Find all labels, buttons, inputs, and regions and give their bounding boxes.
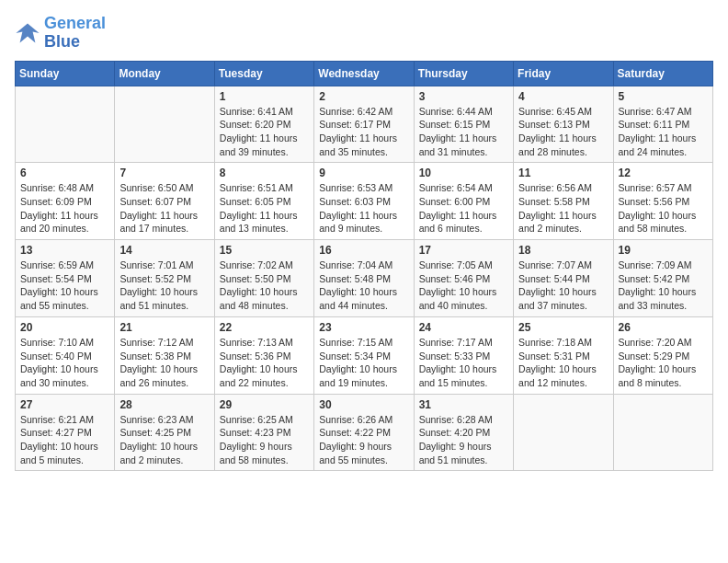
calendar-cell: 30Sunrise: 6:26 AM Sunset: 4:22 PM Dayli… — [314, 394, 414, 471]
calendar-cell: 26Sunrise: 7:20 AM Sunset: 5:29 PM Dayli… — [613, 316, 712, 394]
calendar-cell: 8Sunrise: 6:51 AM Sunset: 6:05 PM Daylig… — [214, 163, 313, 240]
calendar-cell: 7Sunrise: 6:50 AM Sunset: 6:07 PM Daylig… — [115, 163, 214, 240]
day-number: 5 — [619, 90, 708, 103]
calendar-cell: 15Sunrise: 7:02 AM Sunset: 5:50 PM Dayli… — [214, 240, 313, 317]
calendar-cell: 27Sunrise: 6:21 AM Sunset: 4:27 PM Dayli… — [16, 394, 115, 471]
day-number: 16 — [319, 244, 408, 257]
calendar-week-row: 27Sunrise: 6:21 AM Sunset: 4:27 PM Dayli… — [16, 394, 713, 471]
day-number: 30 — [319, 398, 408, 411]
day-info: Sunrise: 6:51 AM Sunset: 6:05 PM Dayligh… — [220, 181, 309, 236]
day-number: 26 — [619, 321, 708, 334]
day-number: 20 — [20, 321, 109, 334]
day-info: Sunrise: 7:01 AM Sunset: 5:52 PM Dayligh… — [119, 259, 209, 313]
day-info: Sunrise: 7:12 AM Sunset: 5:38 PM Dayligh… — [119, 336, 209, 390]
day-info: Sunrise: 6:26 AM Sunset: 4:22 PM Dayligh… — [319, 413, 408, 467]
day-info: Sunrise: 7:09 AM Sunset: 5:42 PM Dayligh… — [619, 259, 708, 313]
day-number: 8 — [220, 167, 309, 179]
day-number: 28 — [119, 398, 209, 411]
svg-marker-0 — [16, 23, 39, 42]
col-header-tuesday: Tuesday — [214, 61, 313, 86]
calendar-week-row: 6Sunrise: 6:48 AM Sunset: 6:09 PM Daylig… — [16, 163, 713, 240]
calendar-cell: 16Sunrise: 7:04 AM Sunset: 5:48 PM Dayli… — [314, 240, 414, 317]
day-info: Sunrise: 6:59 AM Sunset: 5:54 PM Dayligh… — [20, 259, 109, 313]
calendar-cell: 25Sunrise: 7:18 AM Sunset: 5:31 PM Dayli… — [514, 316, 613, 394]
calendar-cell: 5Sunrise: 6:47 AM Sunset: 6:11 PM Daylig… — [613, 86, 712, 163]
calendar-cell — [115, 86, 214, 163]
calendar-cell: 12Sunrise: 6:57 AM Sunset: 5:56 PM Dayli… — [613, 163, 712, 240]
day-info: Sunrise: 6:57 AM Sunset: 5:56 PM Dayligh… — [619, 181, 708, 236]
day-number: 9 — [319, 167, 408, 179]
calendar-cell: 21Sunrise: 7:12 AM Sunset: 5:38 PM Dayli… — [115, 316, 214, 394]
calendar-cell: 29Sunrise: 6:25 AM Sunset: 4:23 PM Dayli… — [214, 394, 313, 471]
day-info: Sunrise: 6:48 AM Sunset: 6:09 PM Dayligh… — [20, 181, 109, 236]
day-number: 19 — [619, 244, 708, 257]
calendar-header-row: SundayMondayTuesdayWednesdayThursdayFrid… — [16, 61, 713, 86]
day-info: Sunrise: 6:44 AM Sunset: 6:15 PM Dayligh… — [419, 105, 508, 159]
calendar-table: SundayMondayTuesdayWednesdayThursdayFrid… — [15, 61, 713, 472]
col-header-wednesday: Wednesday — [314, 61, 414, 86]
day-number: 10 — [419, 167, 508, 179]
day-info: Sunrise: 7:02 AM Sunset: 5:50 PM Dayligh… — [220, 259, 309, 313]
day-number: 25 — [518, 321, 608, 334]
calendar-cell: 10Sunrise: 6:54 AM Sunset: 6:00 PM Dayli… — [414, 163, 513, 240]
day-number: 24 — [419, 321, 508, 334]
calendar-cell: 4Sunrise: 6:45 AM Sunset: 6:13 PM Daylig… — [514, 86, 613, 163]
day-info: Sunrise: 6:42 AM Sunset: 6:17 PM Dayligh… — [319, 105, 408, 159]
col-header-monday: Monday — [115, 61, 214, 86]
day-info: Sunrise: 6:23 AM Sunset: 4:25 PM Dayligh… — [119, 413, 209, 467]
day-number: 14 — [119, 244, 209, 257]
day-number: 3 — [419, 90, 508, 103]
calendar-cell — [514, 394, 613, 471]
day-number: 18 — [518, 244, 608, 257]
calendar-cell — [613, 394, 712, 471]
calendar-cell: 3Sunrise: 6:44 AM Sunset: 6:15 PM Daylig… — [414, 86, 513, 163]
logo: General Blue — [15, 15, 106, 52]
calendar-cell: 2Sunrise: 6:42 AM Sunset: 6:17 PM Daylig… — [314, 86, 414, 163]
day-info: Sunrise: 7:07 AM Sunset: 5:44 PM Dayligh… — [518, 259, 608, 313]
day-info: Sunrise: 6:56 AM Sunset: 5:58 PM Dayligh… — [518, 181, 608, 236]
day-number: 7 — [119, 167, 209, 179]
calendar-cell: 28Sunrise: 6:23 AM Sunset: 4:25 PM Dayli… — [115, 394, 214, 471]
day-info: Sunrise: 7:04 AM Sunset: 5:48 PM Dayligh… — [319, 259, 408, 313]
col-header-friday: Friday — [514, 61, 613, 86]
col-header-saturday: Saturday — [613, 61, 712, 86]
calendar-cell: 20Sunrise: 7:10 AM Sunset: 5:40 PM Dayli… — [16, 316, 115, 394]
day-number: 15 — [220, 244, 309, 257]
day-info: Sunrise: 6:45 AM Sunset: 6:13 PM Dayligh… — [518, 105, 608, 159]
calendar-week-row: 1Sunrise: 6:41 AM Sunset: 6:20 PM Daylig… — [16, 86, 713, 163]
day-info: Sunrise: 6:54 AM Sunset: 6:00 PM Dayligh… — [419, 181, 508, 236]
day-number: 2 — [319, 90, 408, 103]
day-number: 23 — [319, 321, 408, 334]
day-info: Sunrise: 7:18 AM Sunset: 5:31 PM Dayligh… — [518, 336, 608, 390]
day-number: 6 — [20, 167, 109, 179]
day-number: 12 — [619, 167, 708, 179]
day-number: 27 — [20, 398, 109, 411]
day-info: Sunrise: 7:10 AM Sunset: 5:40 PM Dayligh… — [20, 336, 109, 390]
day-number: 17 — [419, 244, 508, 257]
day-info: Sunrise: 6:50 AM Sunset: 6:07 PM Dayligh… — [119, 181, 209, 236]
page-header: General Blue — [15, 15, 713, 52]
day-number: 11 — [518, 167, 608, 179]
calendar-cell: 13Sunrise: 6:59 AM Sunset: 5:54 PM Dayli… — [16, 240, 115, 317]
day-info: Sunrise: 7:05 AM Sunset: 5:46 PM Dayligh… — [419, 259, 508, 313]
calendar-week-row: 13Sunrise: 6:59 AM Sunset: 5:54 PM Dayli… — [16, 240, 713, 317]
calendar-cell: 9Sunrise: 6:53 AM Sunset: 6:03 PM Daylig… — [314, 163, 414, 240]
calendar-cell — [16, 86, 115, 163]
day-number: 4 — [518, 90, 608, 103]
calendar-cell: 18Sunrise: 7:07 AM Sunset: 5:44 PM Dayli… — [514, 240, 613, 317]
day-info: Sunrise: 7:17 AM Sunset: 5:33 PM Dayligh… — [419, 336, 508, 390]
calendar-cell: 31Sunrise: 6:28 AM Sunset: 4:20 PM Dayli… — [414, 394, 513, 471]
day-info: Sunrise: 6:21 AM Sunset: 4:27 PM Dayligh… — [20, 413, 109, 467]
day-info: Sunrise: 7:15 AM Sunset: 5:34 PM Dayligh… — [319, 336, 408, 390]
calendar-cell: 24Sunrise: 7:17 AM Sunset: 5:33 PM Dayli… — [414, 316, 513, 394]
calendar-cell: 1Sunrise: 6:41 AM Sunset: 6:20 PM Daylig… — [214, 86, 313, 163]
logo-bird-icon — [15, 20, 40, 46]
day-info: Sunrise: 6:47 AM Sunset: 6:11 PM Dayligh… — [619, 105, 708, 159]
col-header-sunday: Sunday — [16, 61, 115, 86]
day-info: Sunrise: 7:13 AM Sunset: 5:36 PM Dayligh… — [220, 336, 309, 390]
calendar-week-row: 20Sunrise: 7:10 AM Sunset: 5:40 PM Dayli… — [16, 316, 713, 394]
day-number: 13 — [20, 244, 109, 257]
day-number: 29 — [220, 398, 309, 411]
day-info: Sunrise: 6:25 AM Sunset: 4:23 PM Dayligh… — [220, 413, 309, 467]
calendar-cell: 19Sunrise: 7:09 AM Sunset: 5:42 PM Dayli… — [613, 240, 712, 317]
